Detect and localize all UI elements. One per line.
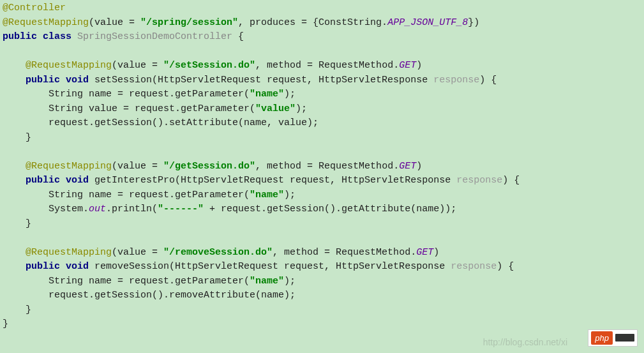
code-block: @Controller @RequestMapping(value = "/sp… bbox=[0, 0, 644, 333]
php-badge-label: php bbox=[591, 331, 613, 345]
php-badge: php bbox=[588, 329, 638, 347]
annotation: @Controller bbox=[3, 3, 66, 13]
badge-block-icon bbox=[615, 334, 634, 342]
keyword-class: public class bbox=[3, 31, 77, 42]
class-name: SpringSessionDemoController bbox=[77, 31, 232, 42]
annotation: @RequestMapping bbox=[3, 17, 89, 28]
watermark-text: http://blog.csdn.net/xi bbox=[483, 336, 567, 349]
